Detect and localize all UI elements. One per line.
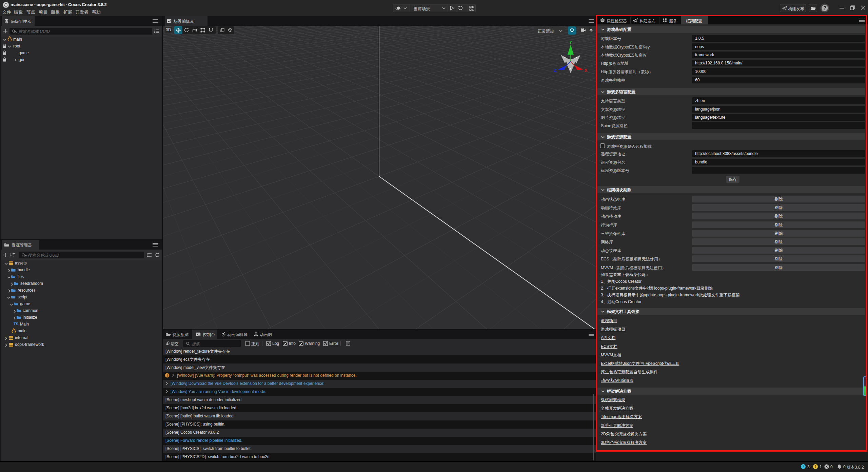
svg-text:Z: Z [554, 68, 557, 73]
svg-text:X: X [585, 68, 588, 73]
svg-text:Y: Y [569, 40, 572, 45]
svg-text:?: ? [823, 5, 826, 11]
